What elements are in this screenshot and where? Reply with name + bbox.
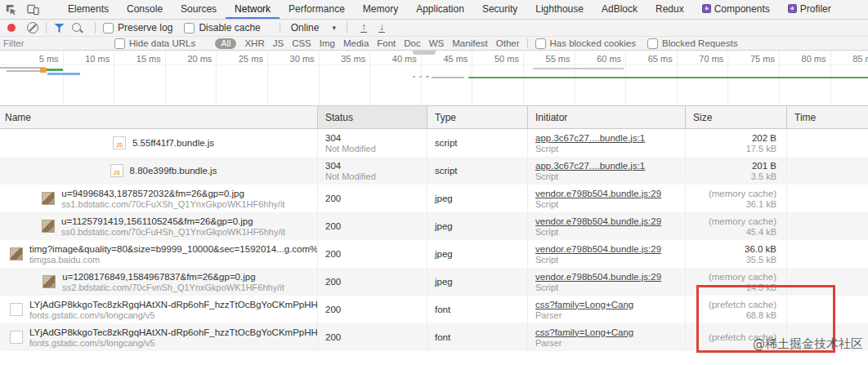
file-type-icon (10, 303, 23, 316)
timeline-tick: 20 ms (166, 51, 217, 105)
blocked-requests-checkbox[interactable]: Blocked Requests (647, 38, 738, 49)
request-name-cell[interactable]: timg?image&quality=80&size=b9999_10000&s… (0, 240, 317, 268)
resource-type-filter[interactable]: Manifest (452, 38, 487, 48)
resource-type-filter[interactable]: All (215, 38, 236, 49)
tick-label: 80 ms (802, 54, 826, 64)
devtools-tab[interactable]: Console (118, 0, 172, 19)
devtools-tab[interactable]: Elements (59, 0, 118, 19)
inspect-element-icon[interactable] (5, 3, 17, 16)
resource-type-filter[interactable]: Font (377, 38, 396, 48)
request-time-cell (786, 129, 868, 157)
record-network-log-button[interactable] (7, 24, 16, 32)
column-header-status[interactable]: Status (317, 106, 427, 128)
devtools-tab[interactable]: Profiler (779, 0, 840, 19)
request-row[interactable]: 5.55ff41f7.bundle.js 304 Not Modified sc… (0, 129, 868, 157)
devtools-tab[interactable]: AdBlock (593, 0, 647, 19)
column-header-initiator[interactable]: Initiator (527, 106, 685, 128)
filter-funnel-icon[interactable] (54, 24, 65, 33)
request-row[interactable]: u=94996843,1878572032&fm=26&gp=0.jpg ss1… (0, 185, 868, 212)
initiator-kind: Script (535, 144, 685, 154)
export-har-icon[interactable]: ↓ (378, 23, 385, 33)
overview-scroll-handle[interactable] (413, 51, 436, 55)
request-type: jpeg (435, 220, 527, 232)
has-blocked-cookies-checkbox[interactable]: Has blocked cookies (535, 38, 636, 49)
devtools-tab[interactable]: Performance (280, 0, 354, 19)
disable-cache-checkbox[interactable]: Disable cache (184, 22, 260, 33)
device-toolbar-icon[interactable] (27, 3, 39, 16)
network-overview-timeline[interactable]: 5 ms 10 ms 15 ms 20 ms 25 ms 30 ms 35 (0, 51, 868, 106)
devtools-tab[interactable]: Sources (172, 0, 226, 19)
search-icon[interactable] (72, 23, 81, 32)
request-name-cell[interactable]: LYjAdGP8kkgoTec8zkRgqHAtXN-dRp6ohF_hzzTt… (0, 323, 317, 351)
tick-label: 25 ms (239, 54, 263, 64)
request-row[interactable]: 8.80e399fb.bundle.js 304 Not Modified sc… (0, 157, 868, 185)
checkbox-box[interactable] (535, 38, 546, 49)
resource-type-filter[interactable]: XHR (244, 38, 264, 48)
devtools-tab[interactable]: Security (473, 0, 526, 19)
request-name: 8.80e399fb.bundle.js (130, 165, 217, 176)
resource-type-filter[interactable]: WS (429, 38, 445, 48)
preserve-log-checkbox[interactable]: Preserve log (103, 22, 172, 33)
transfer-size: 36.0 kB (745, 243, 776, 255)
column-header-type[interactable]: Type (427, 106, 527, 128)
request-name-cell[interactable]: u=1208176849,1584967837&fm=26&gp=0.jpg s… (0, 268, 317, 296)
initiator-link[interactable]: vendor.e798b504.bundle.js:29 (535, 272, 661, 282)
column-header-name[interactable]: Name (0, 106, 317, 128)
timeline-tick: 15 ms (114, 51, 166, 105)
waterfall-bar (47, 73, 80, 75)
timeline-tick: 10 ms (64, 51, 115, 105)
devtools-tab[interactable]: Lighthouse (526, 0, 593, 19)
devtools-tab[interactable]: Application (407, 0, 473, 19)
resource-type-filter[interactable]: Other (496, 38, 520, 48)
devtools-tab[interactable]: Network (226, 0, 280, 19)
resource-type-filter[interactable]: Img (320, 38, 335, 48)
resource-type-filter[interactable]: CSS (292, 38, 311, 48)
checkbox-box[interactable] (184, 23, 195, 33)
initiator-link[interactable]: vendor.e798b504.bundle.js:29 (535, 244, 661, 254)
clear-network-log-icon[interactable] (27, 22, 38, 33)
tick-label: 5 ms (39, 54, 59, 64)
request-initiator-cell: vendor.e798b504.bundle.js:29 Script (527, 185, 685, 212)
column-header-size[interactable]: Size (685, 106, 786, 128)
request-name-cell[interactable]: LYjAdGP8kkgoTec8zkRgqHAtXN-dRp6ohF_hzzTt… (0, 296, 317, 323)
checkbox-box[interactable] (647, 38, 658, 49)
checkbox-box[interactable] (103, 23, 114, 33)
devtools-tab[interactable]: Redux (647, 0, 693, 19)
request-name-cell[interactable]: 5.55ff41f7.bundle.js (0, 129, 317, 157)
resource-type-filter[interactable]: Media (343, 38, 369, 48)
checkbox-box[interactable] (114, 38, 125, 49)
status-text: Not Modified (325, 144, 427, 154)
network-toolbar: Preserve log Disable cache Online ▾ ↑ ↓ (0, 20, 868, 37)
request-size-cell: 202 B 17.5 kB (685, 129, 786, 157)
timeline-tick: 40 ms (370, 51, 422, 105)
hide-data-urls-checkbox[interactable]: Hide data URLs (114, 38, 195, 49)
devtools-tab[interactable]: Components (693, 0, 779, 19)
file-type-icon (43, 275, 56, 288)
tab-label: AdBlock (602, 3, 638, 15)
initiator-link[interactable]: css?family=Long+Cang (535, 327, 633, 337)
initiator-link[interactable]: app.3c67c27....bundle.js:1 (535, 161, 645, 171)
filter-input[interactable] (2, 38, 110, 49)
initiator-link[interactable]: app.3c67c27....bundle.js:1 (535, 133, 645, 143)
toolbar-divider (46, 22, 47, 33)
initiator-link[interactable]: vendor.e798b504.bundle.js:29 (535, 189, 661, 198)
column-header-time[interactable]: Time (786, 106, 868, 128)
request-name-cell[interactable]: 8.80e399fb.bundle.js (0, 157, 317, 185)
resource-type-filter[interactable]: Doc (404, 38, 420, 48)
throttling-dropdown[interactable]: Online ▾ (291, 22, 336, 33)
resource-type-filter[interactable]: JS (273, 38, 284, 48)
import-har-icon[interactable]: ↑ (360, 23, 367, 33)
request-name-cell[interactable]: u=1125791419,1561105245&fm=26&gp=0.jpg s… (0, 212, 317, 240)
initiator-link[interactable]: css?family=Long+Cang (535, 300, 633, 309)
request-row[interactable]: u=1125791419,1561105245&fm=26&gp=0.jpg s… (0, 212, 868, 240)
waterfall-bar (533, 68, 624, 69)
request-name-cell[interactable]: u=94996843,1878572032&fm=26&gp=0.jpg ss1… (0, 185, 317, 212)
tab-label: Redux (655, 3, 684, 15)
initiator-link[interactable]: vendor.e798b504.bundle.js:29 (535, 216, 661, 226)
request-size-cell: (memory cache) 36.1 kB (685, 185, 786, 212)
request-row[interactable]: timg?image&quality=80&size=b9999_10000&s… (0, 240, 868, 268)
devtools-tab[interactable]: Memory (354, 0, 407, 19)
request-time-cell (786, 212, 868, 240)
tick-label: 30 ms (290, 54, 315, 64)
file-type-icon (113, 136, 126, 149)
